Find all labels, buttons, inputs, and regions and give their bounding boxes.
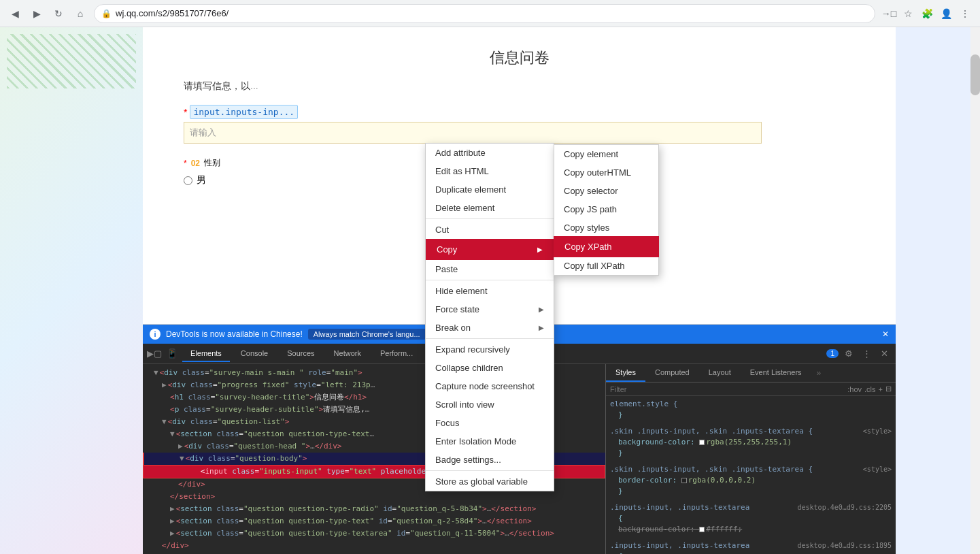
always-match-button[interactable]: Always match Chrome's langu... xyxy=(308,329,426,340)
menu-break-on[interactable]: Break on ▶ xyxy=(426,319,554,337)
filter-plus[interactable]: + xyxy=(879,385,883,393)
css-source[interactable]: <style> xyxy=(863,464,892,475)
menu-hide-element[interactable]: Hide element xyxy=(426,282,554,300)
menu-break-on-label: Break on xyxy=(435,323,471,333)
required-mark: * xyxy=(184,107,187,118)
extensions-button[interactable]: 🧩 xyxy=(919,5,935,22)
profile-button[interactable]: 👤 xyxy=(938,5,954,22)
menu-force-state-label: Force state xyxy=(435,304,479,314)
css-selector: .inputs-input, .inputs-textarea xyxy=(610,503,749,512)
css-source[interactable]: desktop.4e0…d9.css:1895 xyxy=(798,540,892,551)
menu-edit-as-html[interactable]: Edit as HTML xyxy=(426,162,554,180)
refresh-button[interactable]: ↻ xyxy=(50,5,67,22)
menu-duplicate-element[interactable]: Duplicate element xyxy=(426,180,554,199)
survey-subtitle: 请填写信息，以... xyxy=(143,75,896,98)
cast-button[interactable]: →□ xyxy=(881,5,897,22)
browser-content: 信息问卷 请填写信息，以... * input.inputs-inp... 请输… xyxy=(0,27,980,554)
menu-copy[interactable]: Copy ▶ xyxy=(426,239,554,260)
context-menu: Add attribute Edit as HTML Duplicate ele… xyxy=(425,143,554,491)
devtools-info-close[interactable]: ✕ xyxy=(882,329,889,339)
tab-elements[interactable]: Elements xyxy=(182,346,230,362)
context-menu-divider xyxy=(426,338,554,339)
submenu-copy-styles[interactable]: Copy styles xyxy=(554,218,658,237)
info-icon: i xyxy=(150,329,160,340)
filter-hov[interactable]: :hov xyxy=(847,385,862,393)
left-sidebar xyxy=(0,27,143,554)
html-line[interactable]: ▶<section class="question question-type-… xyxy=(143,527,605,540)
devtools-more-btn[interactable]: ⋮ xyxy=(859,346,874,361)
menu-collapse-children[interactable]: Collapse children xyxy=(426,359,554,377)
q2-required: * xyxy=(184,159,187,168)
tab-performance[interactable]: Perform... xyxy=(372,346,421,362)
inspector-icon-btn[interactable]: ▶▢ xyxy=(147,346,162,361)
submenu-copy-js-path[interactable]: Copy JS path xyxy=(554,200,658,218)
html-line[interactable]: </section> xyxy=(143,491,605,503)
input-row: 请输入 xyxy=(184,122,762,144)
filter-expand[interactable]: ⊟ xyxy=(885,385,892,393)
tab-network[interactable]: Network xyxy=(326,346,369,362)
submenu-arrow-icon: ▶ xyxy=(539,306,544,313)
browser-actions: →□ ☆ 🧩 👤 ⋮ xyxy=(881,5,973,22)
lock-icon: 🔒 xyxy=(101,9,112,18)
submenu-copy-xpath[interactable]: Copy XPath xyxy=(554,236,659,257)
url-text: wj.qq.com/s2/9851707/76e6/ xyxy=(116,8,229,18)
css-selector: element.style { xyxy=(610,400,677,408)
css-prop: } xyxy=(610,486,892,497)
submenu-copy-outerhtml[interactable]: Copy outerHTML xyxy=(554,163,658,182)
menu-cut[interactable]: Cut xyxy=(426,221,554,239)
styles-tab-event-listeners[interactable]: Event Listeners xyxy=(741,364,811,382)
menu-delete-element[interactable]: Delete element xyxy=(426,199,554,217)
copy-submenu: Copy element Copy outerHTML Copy selecto… xyxy=(554,144,659,276)
css-selector: .inputs-input, .inputs-textarea xyxy=(610,541,749,550)
css-prop: { xyxy=(610,514,623,523)
styles-tabs-arrow[interactable]: » xyxy=(811,364,827,382)
styles-tab-styles[interactable]: Styles xyxy=(606,364,645,382)
styles-panel: Styles Computed Layout Event Listeners »… xyxy=(605,364,896,554)
devtools-close-btn[interactable]: ✕ xyxy=(877,346,892,361)
submenu-copy-element[interactable]: Copy element xyxy=(554,145,658,163)
css-source[interactable]: desktop.4e0…d9.css:2205 xyxy=(798,502,892,513)
menu-expand-recursively[interactable]: Expand recursively xyxy=(426,340,554,359)
menu-enter-isolation-mode[interactable]: Enter Isolation Mode xyxy=(426,432,554,451)
menu-scroll-into-view[interactable]: Scroll into view xyxy=(426,395,554,414)
menu-focus[interactable]: Focus xyxy=(426,414,554,432)
back-button[interactable]: ◀ xyxy=(7,5,23,22)
scrollbar[interactable] xyxy=(970,27,980,554)
html-line[interactable]: ▶<section class="question question-type-… xyxy=(143,515,605,527)
radio-label-male: 男 xyxy=(197,174,206,186)
menu-force-state[interactable]: Force state ▶ xyxy=(426,300,554,319)
address-bar[interactable]: 🔒 wj.qq.com/s2/9851707/76e6/ xyxy=(94,4,875,23)
styles-tab-computed[interactable]: Computed xyxy=(645,364,699,382)
bookmark-button[interactable]: ☆ xyxy=(900,5,916,22)
settings-btn[interactable]: ⚙ xyxy=(841,346,856,361)
html-line[interactable]: ▶<section class="question question-type-… xyxy=(143,503,605,515)
css-prop: } xyxy=(610,448,892,459)
filter-cls[interactable]: .cls xyxy=(864,385,876,393)
device-toolbar-btn[interactable]: 📱 xyxy=(165,346,180,361)
q2-number: 02 xyxy=(191,159,200,168)
scrollbar-thumb[interactable] xyxy=(970,54,980,95)
menu-add-attribute[interactable]: Add attribute xyxy=(426,144,554,162)
page-content: 信息问卷 请填写信息，以... * input.inputs-inp... 请输… xyxy=(143,27,896,554)
html-line[interactable]: </div> xyxy=(143,540,605,552)
more-button[interactable]: ⋮ xyxy=(957,5,973,22)
submenu-copy-full-xpath[interactable]: Copy full XPath xyxy=(554,257,658,275)
menu-paste[interactable]: Paste xyxy=(426,260,554,278)
forward-button[interactable]: ▶ xyxy=(29,5,45,22)
styles-tab-layout[interactable]: Layout xyxy=(699,364,741,382)
menu-capture-screenshot[interactable]: Capture node screenshot xyxy=(426,377,554,395)
home-button[interactable]: ⌂ xyxy=(72,5,88,22)
css-source[interactable]: <style> xyxy=(863,426,892,437)
css-prop-strikethrough: background-color: #ffffff; xyxy=(610,524,892,535)
menu-store-global[interactable]: Store as global variable xyxy=(426,472,554,491)
radio-male[interactable] xyxy=(184,176,192,185)
q2-title: 性别 xyxy=(204,157,220,169)
comment-badge: 1 xyxy=(826,349,839,358)
tab-sources[interactable]: Sources xyxy=(279,346,322,362)
tab-console[interactable]: Console xyxy=(233,346,276,362)
submenu-copy-selector[interactable]: Copy selector xyxy=(554,182,658,200)
filter-bar: :hov .cls + ⊟ xyxy=(606,382,896,396)
filter-input[interactable] xyxy=(610,385,845,393)
css-prop: background-color: rgba(255,255,255,1) xyxy=(610,437,892,448)
menu-badge-settings[interactable]: Badge settings... xyxy=(426,451,554,469)
